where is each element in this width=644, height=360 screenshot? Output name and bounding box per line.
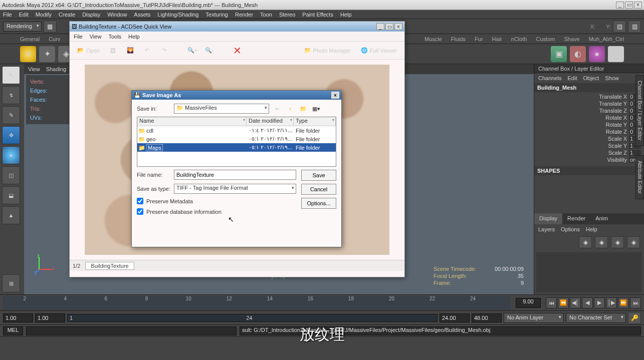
timeline-ticks[interactable]: 2 4 6 8 10 12 14 16 18 20 22 24 (3, 296, 511, 310)
shelf-icon[interactable]: ◐ (570, 46, 586, 62)
menu-stereo[interactable]: Stereo (279, 12, 295, 18)
preserve-db-checkbox[interactable]: Preserve database information (137, 208, 296, 215)
layer-list[interactable] (536, 252, 642, 292)
savetype-dropdown[interactable]: TIFF - Tag Image File Format (174, 184, 296, 194)
delete-icon[interactable]: ✕ (231, 44, 245, 58)
options-button[interactable]: Options... (301, 198, 336, 209)
full-viewer-button[interactable]: 🌐Full Viewer (357, 46, 400, 55)
shelf-tab-curv[interactable]: Curv (49, 36, 60, 42)
autokey-button[interactable]: 🔑 (628, 312, 641, 324)
file-row[interactable]: cdl ٢٠١٢/٠٢/١١ ٠١:٤... File folder (137, 126, 336, 135)
layers-help[interactable]: Help (586, 226, 597, 232)
shelf-tab-ctrl[interactable]: Muh_Abh_Ctrl (589, 36, 624, 42)
menu-assets[interactable]: Assets (134, 12, 150, 18)
toolbar-icon[interactable]: ▦ (44, 21, 57, 33)
cmd-lang-label[interactable]: MEL (3, 326, 23, 335)
step-back-key-button[interactable]: ⏪ (558, 297, 569, 308)
menu-edit[interactable]: Edit (19, 12, 29, 18)
shelf-tab-hair[interactable]: Hair (492, 36, 502, 42)
image-icon[interactable]: 🖼 (106, 44, 120, 58)
tab-render[interactable]: Render (562, 213, 590, 224)
range-slider[interactable]: 1 24 (67, 314, 438, 322)
col-date[interactable]: Date modified (247, 117, 294, 126)
layers-options[interactable]: Options (561, 226, 580, 232)
select-tool[interactable]: ↖ (2, 66, 20, 84)
ch-object[interactable]: Object (583, 75, 599, 81)
play-back-button[interactable]: ◀ (582, 297, 593, 308)
acdsee-min-button[interactable]: _ (376, 23, 384, 30)
open-button[interactable]: 📂Open (74, 46, 103, 55)
char-set-dropdown[interactable]: No Character Set (566, 313, 626, 323)
cancel-button[interactable]: Cancel (301, 184, 336, 195)
maximize-button[interactable]: ▭ (625, 2, 633, 9)
zoom-out-icon[interactable]: 🔍- (202, 44, 217, 58)
menu-display[interactable]: Display (82, 12, 100, 18)
shelf-tab-general[interactable]: General (20, 36, 40, 42)
up-icon[interactable]: ↑ (285, 104, 295, 114)
rotate-left-icon[interactable]: ↶ (140, 44, 154, 58)
menu-lighting[interactable]: Lighting/Shading (157, 12, 198, 18)
anim-layer-dropdown[interactable]: No Anim Layer (504, 313, 564, 323)
toolbar-icon[interactable]: ▥ (628, 21, 641, 33)
shelf-tab-fur[interactable]: Fur (475, 36, 483, 42)
sphere-icon[interactable]: ● (589, 46, 605, 62)
ch-channels[interactable]: Channels (538, 75, 561, 81)
shelf-tab-custom[interactable]: Custom (536, 36, 555, 42)
tool-icon[interactable]: ▲ (2, 206, 20, 224)
rewind-start-button[interactable]: ⏮ (546, 297, 557, 308)
scale-tool[interactable]: ◫ (2, 166, 20, 184)
shelf-tab-shave[interactable]: Shave (564, 36, 579, 42)
wallpaper-icon[interactable]: 🌄 (123, 44, 137, 58)
vp-view[interactable]: View (28, 66, 40, 72)
shelf-icon[interactable]: ▣ (551, 46, 567, 62)
rotate-tool[interactable]: ● (2, 146, 20, 164)
ch-show[interactable]: Show (605, 75, 619, 81)
step-back-button[interactable]: ◀│ (570, 297, 581, 308)
layer-icon[interactable]: ◈ (579, 236, 592, 248)
close-button[interactable]: × (634, 2, 642, 9)
shelf-tab-fluids[interactable]: Fluids (451, 36, 466, 42)
tab-anim[interactable]: Anim (590, 213, 613, 224)
manip-tool[interactable]: ⬓ (2, 186, 20, 204)
lasso-tool[interactable]: ↯ (2, 86, 20, 104)
menu-help[interactable]: Help (340, 12, 352, 18)
side-tab-channelbox[interactable]: Channel Box / Layer Editor (635, 75, 644, 146)
side-tab-attribute[interactable]: Attribute Editor (635, 155, 644, 199)
paint-tool[interactable]: ✎ (2, 106, 20, 124)
col-type[interactable]: Type (294, 117, 336, 126)
play-forward-button[interactable]: ▶ (594, 297, 605, 308)
col-name[interactable]: Name (137, 117, 247, 126)
ch-edit[interactable]: Edit (567, 75, 577, 81)
rotate-right-icon[interactable]: ↷ (157, 44, 171, 58)
savein-dropdown[interactable]: 📁 MassiveFiles (174, 104, 269, 114)
shelf-icon[interactable]: ✦ (39, 46, 55, 62)
ac-file[interactable]: File (74, 34, 83, 40)
layer-icon[interactable]: ◈ (611, 236, 624, 248)
current-frame-field[interactable]: 9.00 (516, 298, 541, 308)
toolbar-icon[interactable]: ▤ (613, 21, 626, 33)
anim-start-field[interactable] (3, 313, 33, 322)
menu-file[interactable]: File (3, 12, 12, 18)
image-tab[interactable]: BuildingTexture (85, 262, 134, 270)
anim-end-field[interactable] (472, 313, 502, 322)
menu-painteffects[interactable]: Paint Effects (302, 12, 333, 18)
range-end-field[interactable] (440, 313, 470, 322)
shelf-tab-ncloth[interactable]: nCloth (511, 36, 527, 42)
menu-render[interactable]: Render (235, 12, 253, 18)
zoom-in-icon[interactable]: 🔍+ (185, 44, 199, 58)
menu-create[interactable]: Create (59, 12, 75, 18)
layers-menu[interactable]: Layers (538, 226, 555, 232)
range-start-field[interactable] (35, 313, 65, 322)
command-input[interactable] (26, 326, 237, 335)
light-icon[interactable]: ☀ (20, 46, 36, 62)
step-forward-button[interactable]: │▶ (606, 297, 617, 308)
layout-4view[interactable]: ⊞ (2, 274, 20, 292)
view-menu-icon[interactable]: ▦▾ (311, 104, 321, 114)
photo-manager-button[interactable]: 📁Photo Manager (301, 46, 354, 55)
layer-icon[interactable]: ◈ (595, 236, 608, 248)
vp-shading[interactable]: Shading (46, 66, 66, 72)
new-folder-icon[interactable]: 📁 (298, 104, 308, 114)
ac-view[interactable]: View (90, 34, 102, 40)
paint-icon[interactable]: 🖌 (608, 46, 624, 62)
preserve-metadata-checkbox[interactable]: Preserve Metadata (137, 198, 296, 204)
